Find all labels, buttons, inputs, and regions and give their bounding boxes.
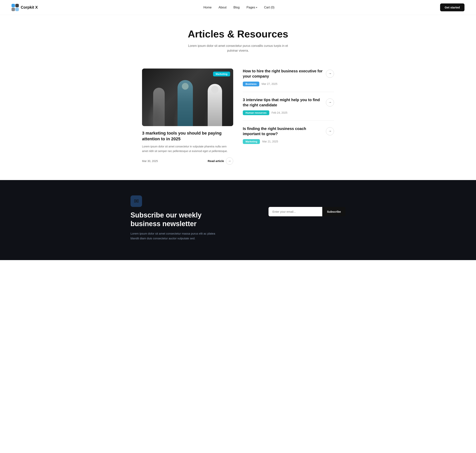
envelope-icon: ✉ xyxy=(134,198,139,205)
nav-pages-link[interactable]: Pages xyxy=(246,6,255,9)
article-item-2[interactable]: 3 interview tips that might help you to … xyxy=(243,92,334,121)
article-meta-2: Human resources Feb 24, 2025 xyxy=(243,110,323,115)
article-item-1[interactable]: How to hire the right business executive… xyxy=(243,69,334,92)
article-meta-3: Marketing Mar 21, 2025 xyxy=(243,139,323,144)
read-article-button[interactable]: Read article → xyxy=(208,157,233,165)
people-silhouette xyxy=(142,69,233,126)
featured-date: Mar 30, 2025 xyxy=(142,160,158,163)
svg-rect-3 xyxy=(15,8,19,11)
article-arrow-button-2[interactable]: → xyxy=(326,99,334,106)
hero-section: Articles & Resources Lorem ipsum dolor s… xyxy=(0,15,476,63)
svg-rect-1 xyxy=(15,4,19,7)
nav-about[interactable]: About xyxy=(218,6,227,9)
read-article-label: Read article xyxy=(208,159,224,163)
svg-rect-0 xyxy=(12,4,15,7)
page-title: Articles & Resources xyxy=(12,28,464,40)
footer-section: ✉ Subscribe our weekly business newslett… xyxy=(0,180,476,260)
nav-home[interactable]: Home xyxy=(203,6,212,9)
email-input[interactable] xyxy=(269,207,322,216)
article-title-3: Is finding the right business coach impo… xyxy=(243,126,323,136)
get-started-button[interactable]: Get started xyxy=(440,3,464,11)
article-item-3-content: Is finding the right business coach impo… xyxy=(243,126,323,144)
newsletter-body: Lorem ipsum dolor sit amet consectetur m… xyxy=(130,231,223,241)
articles-section: Marketing 3 marketing tools you should b… xyxy=(130,63,346,180)
featured-article: Marketing 3 marketing tools you should b… xyxy=(142,69,233,165)
tag-hr-2: Human resources xyxy=(243,110,269,115)
logo-icon xyxy=(12,4,19,11)
brand-name: Corpkit X xyxy=(21,5,38,10)
featured-image-wrapper: Marketing xyxy=(142,69,233,126)
footer-right: Subscribe xyxy=(269,207,346,216)
article-meta-1: Business Mar 27, 2025 xyxy=(243,82,323,86)
article-item-2-content: 3 interview tips that might help you to … xyxy=(243,97,323,115)
logo[interactable]: Corpkit X xyxy=(12,4,38,11)
article-date-2: Feb 24, 2025 xyxy=(272,111,288,114)
featured-footer: Mar 30, 2025 Read article → xyxy=(142,157,233,165)
article-list: How to hire the right business executive… xyxy=(243,69,334,165)
nav-cart[interactable]: Cart (0) xyxy=(264,6,275,9)
person-silhouette-3 xyxy=(208,84,222,126)
article-title-1: How to hire the right business executive… xyxy=(243,69,323,79)
person-silhouette-1 xyxy=(153,88,165,126)
navbar: Corpkit X Home About Blog Pages ▾ Cart (… xyxy=(0,0,476,15)
article-item-3[interactable]: Is finding the right business coach impo… xyxy=(243,121,334,149)
article-arrow-button-1[interactable]: → xyxy=(326,70,334,78)
subscribe-button[interactable]: Subscribe xyxy=(322,207,346,216)
person-silhouette-2 xyxy=(178,80,193,126)
featured-image xyxy=(142,69,233,126)
article-arrow-button-3[interactable]: → xyxy=(326,127,334,135)
tag-marketing-3: Marketing xyxy=(243,139,260,144)
footer-inner: ✉ Subscribe our weekly business newslett… xyxy=(130,195,346,241)
email-icon-wrapper: ✉ xyxy=(130,195,142,207)
article-date-1: Mar 27, 2025 xyxy=(262,82,277,85)
newsletter-title: Subscribe our weekly business newsletter xyxy=(130,211,223,228)
arrow-right-icon: → xyxy=(226,157,233,165)
featured-badge: Marketing xyxy=(213,72,230,76)
footer-left: ✉ Subscribe our weekly business newslett… xyxy=(130,195,223,241)
article-title-2: 3 interview tips that might help you to … xyxy=(243,97,323,108)
article-date-3: Mar 21, 2025 xyxy=(262,140,278,143)
hero-subtitle: Lorem ipsum dolor sit amet consectetur p… xyxy=(184,43,292,53)
svg-rect-2 xyxy=(12,8,15,11)
featured-excerpt: Lorem ipsum dolor sit amet consectetur i… xyxy=(142,144,233,154)
nav-blog[interactable]: Blog xyxy=(233,6,240,9)
tag-business-1: Business xyxy=(243,82,259,86)
chevron-down-icon: ▾ xyxy=(256,6,257,9)
featured-title: 3 marketing tools you should be paying a… xyxy=(142,130,233,142)
nav-pages[interactable]: Pages ▾ xyxy=(246,6,257,9)
article-item-1-content: How to hire the right business executive… xyxy=(243,69,323,86)
nav-links: Home About Blog Pages ▾ Cart (0) xyxy=(203,6,275,9)
